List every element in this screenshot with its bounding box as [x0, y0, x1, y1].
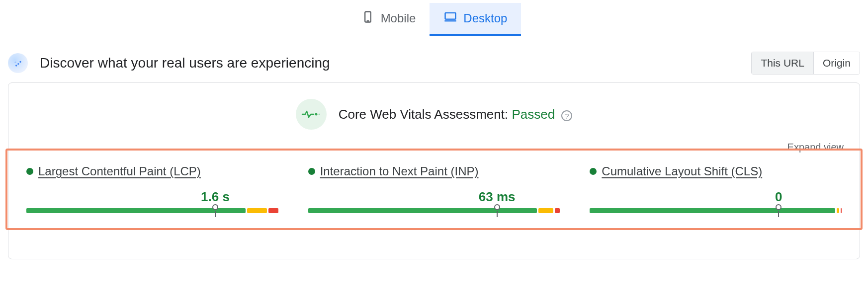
metric-lcp-value-wrap: 1.6 s [26, 189, 278, 204]
bar-segment-red [268, 208, 278, 213]
metric-lcp-bar [26, 208, 278, 213]
metric-inp-header: Interaction to Next Paint (INP) [308, 164, 560, 178]
status-dot-icon [26, 168, 33, 175]
bar-marker-icon [776, 204, 781, 210]
svg-point-6 [19, 61, 21, 63]
scope-toggle: This URL Origin [751, 52, 860, 75]
metric-cls-bar [590, 208, 842, 213]
status-dot-icon [308, 168, 315, 175]
section-title: Discover what your real users are experi… [40, 55, 330, 71]
bar-segment-red [555, 208, 560, 213]
tab-mobile-label: Mobile [381, 11, 416, 25]
assessment-row: Core Web Vitals Assessment: Passed ? [24, 99, 844, 130]
svg-point-5 [17, 63, 19, 65]
bar-marker-icon [212, 204, 218, 210]
desktop-icon [443, 10, 457, 27]
svg-point-9 [318, 114, 320, 115]
svg-point-4 [15, 65, 17, 66]
users-icon [8, 53, 28, 73]
metric-cls-value: 0 [775, 189, 782, 205]
metric-inp-name[interactable]: Interaction to Next Paint (INP) [320, 164, 479, 178]
mobile-icon [361, 10, 375, 27]
metrics-highlight: Largest Contentful Paint (LCP) 1.6 s Int… [5, 149, 863, 230]
svg-rect-2 [445, 13, 456, 19]
bar-segment-orange [538, 208, 553, 213]
vitals-card: Core Web Vitals Assessment: Passed ? Exp… [8, 82, 860, 259]
metric-inp-bar [308, 208, 560, 213]
vitals-pass-icon [296, 99, 327, 130]
metric-lcp-value: 1.6 s [201, 189, 230, 205]
metric-inp: Interaction to Next Paint (INP) 63 ms [308, 164, 560, 213]
bar-segment-orange [837, 208, 839, 213]
metrics-row: Largest Contentful Paint (LCP) 1.6 s Int… [26, 164, 842, 213]
metric-cls-name[interactable]: Cumulative Layout Shift (CLS) [602, 164, 762, 178]
metric-inp-value: 63 ms [479, 189, 516, 205]
status-dot-icon [590, 168, 597, 175]
bar-segment-green [590, 208, 835, 213]
assessment-text: Core Web Vitals Assessment: Passed ? [339, 107, 573, 122]
scope-this-url-button[interactable]: This URL [752, 52, 813, 74]
device-tabs: Mobile Desktop [0, 3, 868, 36]
assessment-label: Core Web Vitals Assessment: [339, 107, 512, 122]
section-header-left: Discover what your real users are experi… [8, 53, 330, 73]
metric-cls: Cumulative Layout Shift (CLS) 0 [590, 164, 842, 213]
svg-point-7 [14, 62, 16, 63]
metric-lcp-name[interactable]: Largest Contentful Paint (LCP) [38, 164, 201, 178]
bar-segment-green [308, 208, 537, 213]
svg-point-8 [315, 113, 317, 116]
metric-lcp: Largest Contentful Paint (LCP) 1.6 s [26, 164, 278, 213]
tab-desktop[interactable]: Desktop [430, 3, 521, 36]
tab-mobile[interactable]: Mobile [347, 3, 430, 36]
metric-cls-value-wrap: 0 [590, 189, 842, 204]
bar-segment-red [841, 208, 842, 213]
assessment-result: Passed [512, 107, 555, 122]
scope-origin-button[interactable]: Origin [813, 52, 860, 74]
bar-marker-icon [494, 204, 500, 210]
help-icon[interactable]: ? [561, 110, 572, 121]
metric-inp-value-wrap: 63 ms [308, 189, 560, 204]
tab-desktop-label: Desktop [463, 11, 507, 25]
metric-lcp-header: Largest Contentful Paint (LCP) [26, 164, 278, 178]
bar-segment-orange [247, 208, 267, 213]
metric-cls-header: Cumulative Layout Shift (CLS) [590, 164, 842, 178]
section-header: Discover what your real users are experi… [8, 52, 860, 75]
